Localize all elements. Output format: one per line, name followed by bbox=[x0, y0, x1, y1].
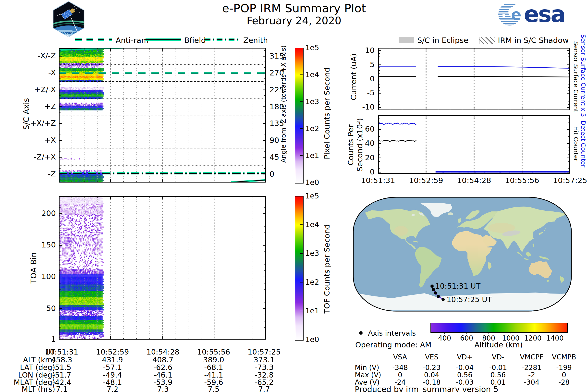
page-date: February 24, 2020 bbox=[172, 15, 416, 27]
ephemeris-value: -73.3 bbox=[243, 363, 285, 372]
ephemeris-value: 10:57:25 bbox=[243, 348, 285, 356]
operating-mode: Operating mode: AM bbox=[355, 340, 432, 349]
axis-tick bbox=[300, 128, 302, 129]
ephemeris-value: 10:52:59 bbox=[92, 348, 133, 356]
plot3-y-tick-label: 10 bbox=[351, 46, 374, 55]
ephemeris-value: -68.1 bbox=[193, 363, 234, 372]
colorbar2-tick-label: 1e4 bbox=[305, 220, 319, 229]
track-start-label: 10:51:31 UT bbox=[435, 282, 480, 290]
axis-tick bbox=[466, 332, 467, 334]
plot4-time-tick-label: 10:54:28 bbox=[453, 176, 495, 185]
voltage-value: -2 bbox=[513, 371, 550, 379]
plot4-y-tick-label: 40 bbox=[351, 139, 374, 148]
plot4-y-tick-label: 60 bbox=[351, 124, 374, 133]
voltage-value: 0.56 bbox=[480, 371, 516, 379]
legend-antiram-sample bbox=[75, 38, 113, 42]
cassiope-patch-label: CASSIOPE bbox=[60, 32, 77, 35]
cassiope-mission-patch: CASSIOPE bbox=[50, 1, 87, 37]
voltage-column-header: VD+ bbox=[446, 353, 483, 361]
colorbar1-tick-label: 1e1 bbox=[305, 151, 319, 160]
altitude-tick-label: 1000 bbox=[501, 334, 520, 342]
ephemeris-value: 373.1 bbox=[243, 356, 285, 364]
ephemeris-value: 10:51:31 bbox=[41, 348, 82, 356]
plot4-y-tick-label: 20 bbox=[351, 153, 374, 162]
voltage-value: 0 bbox=[546, 371, 582, 379]
legend-shadow-label: IRM in S/C Shadow bbox=[498, 36, 569, 44]
plot1-angle-tick-label: 45 bbox=[270, 153, 279, 162]
ephemeris-value: 10:54:28 bbox=[142, 348, 184, 356]
colorbar2-tick-label: 1e3 bbox=[305, 249, 319, 258]
plot3-right-label-black: Sensor Surface Current bbox=[572, 41, 580, 112]
plot3-y-tick-label: -5 bbox=[351, 88, 374, 97]
voltage-row-label: Ave (V) bbox=[355, 378, 380, 386]
colorbar1-tick-label: 1e3 bbox=[305, 97, 319, 106]
legend-bfield-sample bbox=[145, 38, 182, 42]
legend-zenith-sample bbox=[204, 38, 241, 42]
voltage-value: 0 bbox=[382, 371, 418, 379]
plot4-right-label-black: Hit Counter bbox=[572, 126, 580, 161]
plot1-angle-tick-label: 0 bbox=[270, 170, 274, 178]
plot4-time-tick-label: 10:55:56 bbox=[501, 176, 543, 185]
voltage-value: -0.01 bbox=[480, 364, 516, 372]
counters-plot bbox=[378, 115, 570, 174]
axis-tick bbox=[300, 74, 302, 75]
colorbar1-tick-label: 1e4 bbox=[305, 70, 319, 79]
axis-tick bbox=[300, 282, 302, 283]
map-body: 10:51:31 UT10:57:25 UT bbox=[353, 197, 571, 311]
plot1-category-label: +Z/-X bbox=[7, 85, 56, 94]
legend-zenith-label: Zenith bbox=[243, 36, 268, 44]
voltage-value: -28 bbox=[546, 378, 582, 386]
altitude-tick-label: 800 bbox=[479, 334, 498, 342]
legend-eclipse-label: S/C in Eclipse bbox=[417, 36, 468, 44]
plot1-category-label: -Z/+X bbox=[7, 152, 56, 161]
ephemeris-value: 7.3 bbox=[142, 385, 184, 392]
legend-bfield-label: Bfield bbox=[184, 36, 206, 44]
voltage-column-header: VD- bbox=[480, 353, 516, 361]
plot2-bin-tick-label: 50 bbox=[7, 304, 56, 312]
axis-tick bbox=[533, 332, 533, 334]
plot2-bin-tick-label: 200 bbox=[7, 209, 56, 218]
plot3-y-tick-label: 0 bbox=[351, 74, 374, 83]
sensor-current-plot bbox=[378, 48, 570, 110]
ephemeris-value: -51.5 bbox=[41, 363, 82, 372]
plot2-bin-tick-label: 100 bbox=[7, 272, 56, 281]
plot1-angle-tick-label: 90 bbox=[270, 136, 279, 144]
legend-eclipse-swatch bbox=[398, 37, 414, 43]
ephemeris-value: -57.1 bbox=[92, 363, 133, 372]
track-point bbox=[434, 291, 437, 294]
plot1-category-label: -X bbox=[7, 68, 56, 77]
plot1-category-label: +X/+Z bbox=[7, 118, 56, 128]
colorbar2-label: TOF Counts per Second bbox=[322, 224, 331, 314]
plot4-time-tick-label: 10:57:25 bbox=[549, 176, 588, 185]
axis-tick bbox=[300, 224, 302, 225]
voltage-value: -0.18 bbox=[413, 378, 450, 386]
plot1-angle-tick-label: 180 bbox=[270, 102, 284, 111]
ephemeris-value: 10:55:56 bbox=[193, 348, 234, 356]
plot4-right-label-blue: Detect Counter bbox=[580, 120, 587, 167]
axis-intervals-marker-icon bbox=[359, 331, 362, 335]
plot3-y-tick-label: -10 bbox=[351, 102, 374, 111]
epop-irm-summary-page: { "header": {"title": "e-POP IRM Summary… bbox=[0, 0, 588, 392]
track-point bbox=[432, 288, 435, 291]
track-point bbox=[442, 298, 445, 301]
plot1-angle-tick-label: 270 bbox=[270, 68, 284, 77]
track-point bbox=[430, 284, 434, 288]
axis-tick bbox=[444, 332, 445, 334]
page-title: e-POP IRM Summary Plot bbox=[172, 2, 416, 15]
voltage-value: -2281 bbox=[513, 364, 550, 372]
colorbar2-tick-label: 1e0 bbox=[305, 335, 319, 344]
colorbar2-tick-label: 1e1 bbox=[305, 306, 319, 315]
ephemeris-value: 458.3 bbox=[41, 356, 82, 364]
voltage-value: -0.03 bbox=[446, 378, 483, 386]
plot4-time-tick-label: 10:52:59 bbox=[405, 176, 447, 185]
ephemeris-value: 7.5 bbox=[193, 385, 234, 392]
altitude-tick-label: 1200 bbox=[523, 334, 543, 342]
plot3-right-label-blue: Sensor Surface Current x 5 bbox=[580, 34, 587, 117]
svg-text:e: e bbox=[511, 6, 521, 24]
voltage-value: -0.04 bbox=[446, 364, 483, 372]
colorbar1-tick-label: 1e0 bbox=[305, 178, 319, 187]
plot2-bin-tick-label: 1 bbox=[7, 335, 56, 344]
axis-tick bbox=[510, 332, 511, 334]
tof-counts-colorbar bbox=[295, 196, 304, 340]
altitude-tick-label: 1400 bbox=[545, 334, 565, 342]
